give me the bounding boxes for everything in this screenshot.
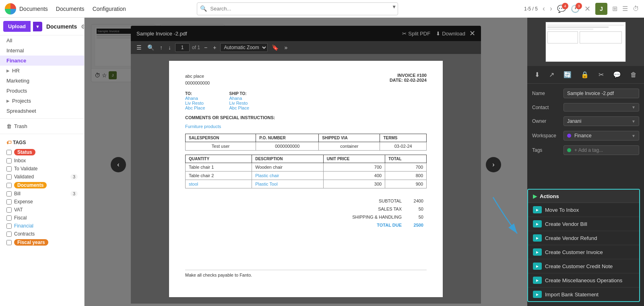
tag-checkbox-bill[interactable] bbox=[6, 191, 12, 196]
owner-field-value[interactable]: Janani ▼ bbox=[564, 116, 639, 126]
action-play-btn-1[interactable] bbox=[533, 220, 542, 227]
rp-lock-button[interactable]: 🔒 bbox=[579, 69, 590, 80]
zoom-in-button[interactable]: 🔍 bbox=[146, 43, 156, 52]
user-avatar[interactable]: J bbox=[595, 3, 607, 15]
tag-checkbox-contracts[interactable] bbox=[6, 232, 12, 237]
sidebar-item-internal[interactable]: Internal bbox=[0, 45, 84, 56]
tag-row-tovalidate[interactable]: To Validate bbox=[6, 165, 78, 173]
list-view-button[interactable]: ☰ bbox=[622, 5, 628, 12]
action-create-miscellaneous-operations[interactable]: Create Miscellaneous Operations bbox=[528, 273, 639, 287]
name-field-value[interactable]: Sample Invoice -2.pdf bbox=[564, 89, 639, 98]
sidebar-item-trash[interactable]: 🗑 Trash bbox=[0, 121, 84, 131]
sidebar-item-all[interactable]: All bbox=[0, 35, 84, 45]
action-create-customer-invoice[interactable]: Create Customer Invoice bbox=[528, 245, 639, 259]
tag-row-bill[interactable]: Bill 3 bbox=[6, 190, 78, 198]
zoom-select[interactable]: Automatic Zoom bbox=[220, 43, 268, 52]
rp-download-button[interactable]: ⬇ bbox=[533, 69, 541, 80]
close-nav-button[interactable]: ✕ bbox=[584, 4, 590, 13]
tag-row-fiscal[interactable]: Fiscal bbox=[6, 214, 78, 222]
clock-badge[interactable]: 🕐 3 bbox=[571, 4, 580, 13]
rp-comment-button[interactable]: 💬 bbox=[611, 69, 623, 80]
action-label-6: Import Bank Statement bbox=[545, 292, 599, 298]
tag-row-status[interactable]: Status bbox=[6, 148, 78, 157]
tag-checkbox-fiscal[interactable] bbox=[6, 215, 12, 221]
messages-badge[interactable]: 💬 4 bbox=[557, 4, 566, 13]
action-play-btn-0[interactable] bbox=[533, 206, 542, 213]
tags-header: 🏷 TAGS bbox=[6, 140, 78, 145]
sidebar-item-products[interactable]: Products bbox=[0, 86, 84, 96]
pdf-modal-close-button[interactable]: ✕ bbox=[469, 29, 475, 38]
upload-button[interactable]: Upload bbox=[3, 21, 31, 32]
tag-checkbox-fiscal-years[interactable] bbox=[6, 240, 12, 245]
split-pdf-button[interactable]: ✂ Split PDF bbox=[402, 31, 430, 37]
tag-row-documents[interactable]: Documents bbox=[6, 181, 78, 190]
workspace-dropdown-arrow: ▼ bbox=[632, 134, 636, 138]
tag-checkbox-expense[interactable] bbox=[6, 199, 12, 205]
search-input[interactable] bbox=[197, 2, 398, 15]
next-page-button[interactable]: › bbox=[550, 4, 552, 13]
upload-dropdown-button[interactable]: ▼ bbox=[33, 22, 42, 31]
rp-scissors-button[interactable]: ✂ bbox=[597, 69, 605, 80]
sidebar-item-finance[interactable]: Finance bbox=[0, 56, 84, 66]
gear-icon[interactable]: ⚙ bbox=[81, 23, 85, 30]
contact-field-value[interactable]: ▼ bbox=[564, 103, 639, 112]
sidebar-item-projects-label: Projects bbox=[12, 98, 31, 104]
tag-chip-status: Status bbox=[14, 149, 35, 155]
action-play-btn-2[interactable] bbox=[533, 234, 542, 242]
action-create-vendor-refund[interactable]: Create Vendor Refund bbox=[528, 231, 639, 245]
action-create-customer-credit-note[interactable]: Create Customer Credit Note bbox=[528, 259, 639, 273]
rp-trash-button[interactable]: 🗑 bbox=[629, 69, 638, 80]
tag-row-inbox[interactable]: Inbox bbox=[6, 157, 78, 165]
rp-replace-button[interactable]: 🔄 bbox=[562, 69, 573, 80]
action-import-bank-statement[interactable]: Import Bank Statement bbox=[528, 287, 639, 301]
prev-page-pdf-button[interactable]: ↑ bbox=[158, 43, 164, 52]
app-logo[interactable] bbox=[5, 3, 16, 14]
tag-checkbox-vat[interactable] bbox=[6, 207, 12, 213]
action-play-btn-6[interactable] bbox=[533, 291, 542, 298]
tag-checkbox-documents[interactable] bbox=[6, 183, 12, 188]
grid-view-button[interactable]: ⊞ bbox=[612, 5, 617, 12]
sidebar-nav: All Internal Finance ▶ HR Marketing Prod… bbox=[0, 35, 84, 306]
action-play-btn-3[interactable] bbox=[533, 248, 542, 256]
tag-checkbox-status[interactable] bbox=[6, 150, 12, 155]
sidebar-item-spreadsheet[interactable]: Spreadsheet bbox=[0, 106, 84, 116]
action-move-to-inbox[interactable]: Move To Inbox bbox=[528, 203, 639, 217]
bookmark-button[interactable]: 🔖 bbox=[270, 43, 280, 52]
tag-checkbox-inbox[interactable] bbox=[6, 158, 12, 163]
nav-link-documents-2[interactable]: Documents bbox=[56, 6, 85, 12]
download-icon: ⬇ bbox=[436, 31, 440, 37]
tag-row-financial[interactable]: Financial bbox=[6, 222, 78, 230]
tag-row-expense[interactable]: Expense bbox=[6, 198, 78, 206]
nav-link-documents-1[interactable]: Documents bbox=[19, 6, 48, 12]
tag-checkbox-financial[interactable] bbox=[6, 223, 12, 229]
tag-row-validated[interactable]: Validated 3 bbox=[6, 173, 78, 181]
settings-button[interactable]: ⏱ bbox=[633, 5, 639, 12]
page-number-input[interactable] bbox=[175, 43, 190, 52]
tag-row-contracts[interactable]: Contracts bbox=[6, 230, 78, 238]
tags-field-value[interactable]: + Add a tag... bbox=[564, 145, 639, 155]
tag-row-fiscal-years[interactable]: Fiscal years bbox=[6, 238, 78, 247]
pdf-ship-to-block: SHIP TO: Ahana Liv Resto Abc Place bbox=[229, 91, 250, 110]
tag-row-vat[interactable]: VAT bbox=[6, 206, 78, 214]
content-area: Sample Invoice ⏱ ☆ J bbox=[85, 18, 527, 306]
workspace-field-value[interactable]: Finance ▼ bbox=[564, 131, 639, 141]
rp-share-button[interactable]: ↗ bbox=[547, 69, 556, 80]
action-play-btn-5[interactable] bbox=[533, 277, 542, 284]
download-button[interactable]: ⬇ Download bbox=[436, 31, 465, 37]
expand-button[interactable]: » bbox=[283, 43, 289, 52]
zoom-out-button[interactable]: − bbox=[202, 43, 209, 52]
sidebar-item-marketing[interactable]: Marketing bbox=[0, 76, 84, 86]
tag-label-validated: Validated bbox=[14, 174, 34, 180]
sidebar-item-hr[interactable]: ▶ HR bbox=[0, 66, 84, 76]
sidebar-toggle-button[interactable]: ☰ bbox=[135, 43, 143, 52]
tag-checkbox-validated[interactable] bbox=[6, 174, 12, 180]
tag-checkbox-tovalidate[interactable] bbox=[6, 166, 12, 172]
action-create-vendor-bill[interactable]: Create Vendor Bill bbox=[528, 217, 639, 231]
zoom-in-plus-button[interactable]: + bbox=[211, 43, 218, 52]
search-dropdown-button[interactable]: ▼ bbox=[392, 4, 396, 10]
action-play-btn-4[interactable] bbox=[533, 263, 542, 270]
prev-page-button[interactable]: ‹ bbox=[543, 4, 545, 13]
nav-link-configuration[interactable]: Configuration bbox=[93, 6, 126, 12]
sidebar-item-projects[interactable]: ▶ Projects bbox=[0, 96, 84, 106]
next-page-pdf-button[interactable]: ↓ bbox=[167, 43, 173, 52]
